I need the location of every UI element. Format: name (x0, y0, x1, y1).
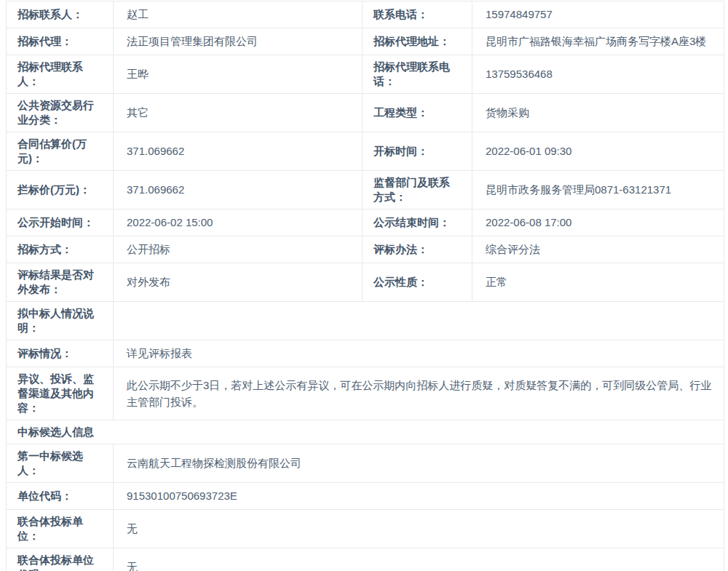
field-value-publicity-nature: 正常 (472, 263, 724, 302)
field-label-consortium-unit: 联合体投标单位： (7, 510, 114, 548)
field-label-bid-contact: 招标联系人： (7, 1, 114, 28)
field-label-contact-phone: 联系电话： (363, 1, 472, 28)
field-value-agency-contact: 王晔 (114, 55, 363, 94)
table-row: 招标代理联系人： 王晔 招标代理联系电话： 13759536468 (7, 55, 724, 94)
field-label-supervision-dept: 监督部门及联系方式： (363, 171, 472, 209)
field-value-evaluation-method: 综合评分法 (472, 236, 724, 263)
field-label-agency-phone: 招标代理联系电话： (363, 55, 472, 94)
bid-info-table: 招标联系人： 赵工 联系电话： 15974849757 招标代理： 法正项目管理… (6, 1, 724, 571)
field-label-result-published: 评标结果是否对外发布： (7, 263, 114, 302)
table-row: 联合体投标单位： 无 (7, 510, 724, 548)
field-value-supervision-dept: 昆明市政务服务管理局0871-63121371 (472, 171, 724, 209)
section-header-candidates: 中标候选人信息 (7, 420, 724, 444)
field-label-proposed-winner-note: 拟中标人情况说明： (7, 302, 114, 340)
field-value-publicity-end: 2022-06-08 17:00 (472, 209, 724, 236)
field-value-proposed-winner-note (114, 302, 724, 340)
table-row: 公示开始时间： 2022-06-02 15:00 公示结束时间： 2022-06… (7, 209, 724, 236)
field-label-publicity-start: 公示开始时间： (7, 209, 114, 236)
field-label-ceiling-price: 拦标价(万元)： (7, 171, 114, 209)
table-row: 单位代码： 91530100750693723E (7, 483, 724, 510)
field-value-consortium-unit-code: 无 (114, 548, 724, 571)
field-label-publicity-nature: 公示性质： (363, 263, 472, 302)
field-label-industry-category: 公共资源交易行业分类： (7, 94, 114, 132)
table-row: 评标结果是否对外发布： 对外发布 公示性质： 正常 (7, 263, 724, 302)
field-label-evaluation-method: 评标办法： (363, 236, 472, 263)
field-value-industry-category: 其它 (114, 94, 363, 132)
table-row: 评标情况： 详见评标报表 (7, 340, 724, 367)
field-label-consortium-unit-code: 联合体投标单位代码： (7, 548, 114, 571)
field-label-evaluation-status: 评标情况： (7, 340, 114, 367)
table-row: 拟中标人情况说明： (7, 302, 724, 340)
field-value-consortium-unit: 无 (114, 510, 724, 548)
table-row: 合同估算价(万元)： 371.069662 开标时间： 2022-06-01 0… (7, 132, 724, 171)
field-label-contract-estimate: 合同估算价(万元)： (7, 132, 114, 171)
table-row: 招标代理： 法正项目管理集团有限公司 招标代理地址： 昆明市广福路银海幸福广场商… (7, 28, 724, 55)
field-value-agency-address: 昆明市广福路银海幸福广场商务写字楼A座3楼 (472, 28, 724, 55)
field-value-open-time: 2022-06-01 09:30 (472, 132, 724, 171)
field-label-publicity-end: 公示结束时间： (363, 209, 472, 236)
section-header-row: 中标候选人信息 (7, 420, 724, 444)
table-row: 拦标价(万元)： 371.069662 监督部门及联系方式： 昆明市政务服务管理… (7, 171, 724, 209)
field-label-objection-channel: 异议、投诉、监督渠道及其他内容： (7, 367, 114, 420)
field-value-publicity-start: 2022-06-02 15:00 (114, 209, 363, 236)
table-row: 联合体投标单位代码： 无 (7, 548, 724, 571)
field-label-agency-contact: 招标代理联系人： (7, 55, 114, 94)
field-value-agency-phone: 13759536468 (472, 55, 724, 94)
field-value-project-type: 货物采购 (472, 94, 724, 132)
field-value-objection-channel: 此公示期不少于3日，若对上述公示有异议，可在公示期内向招标人进行质疑，对质疑答复… (114, 367, 724, 420)
field-label-unit-code: 单位代码： (7, 483, 114, 510)
field-value-evaluation-status: 详见评标报表 (114, 340, 724, 367)
bid-announcement-page: 招标联系人： 赵工 联系电话： 15974849757 招标代理： 法正项目管理… (0, 0, 728, 571)
field-label-agency-address: 招标代理地址： (363, 28, 472, 55)
field-value-bid-contact: 赵工 (114, 1, 363, 28)
field-label-open-time: 开标时间： (363, 132, 472, 171)
field-label-bid-method: 招标方式： (7, 236, 114, 263)
table-row: 异议、投诉、监督渠道及其他内容： 此公示期不少于3日，若对上述公示有异议，可在公… (7, 367, 724, 420)
field-value-ceiling-price: 371.069662 (114, 171, 363, 209)
field-value-contact-phone: 15974849757 (472, 1, 724, 28)
table-row: 招标联系人： 赵工 联系电话： 15974849757 (7, 1, 724, 28)
table-row: 招标方式： 公开招标 评标办法： 综合评分法 (7, 236, 724, 263)
table-row: 公共资源交易行业分类： 其它 工程类型： 货物采购 (7, 94, 724, 132)
field-label-agency: 招标代理： (7, 28, 114, 55)
field-value-bid-method: 公开招标 (114, 236, 363, 263)
field-label-project-type: 工程类型： (363, 94, 472, 132)
field-value-agency: 法正项目管理集团有限公司 (114, 28, 363, 55)
field-label-first-candidate: 第一中标候选人： (7, 444, 114, 483)
field-value-unit-code: 91530100750693723E (114, 483, 724, 510)
field-value-result-published: 对外发布 (114, 263, 363, 302)
field-value-first-candidate: 云南航天工程物探检测股份有限公司 (114, 444, 724, 483)
field-value-contract-estimate: 371.069662 (114, 132, 363, 171)
table-row: 第一中标候选人： 云南航天工程物探检测股份有限公司 (7, 444, 724, 483)
